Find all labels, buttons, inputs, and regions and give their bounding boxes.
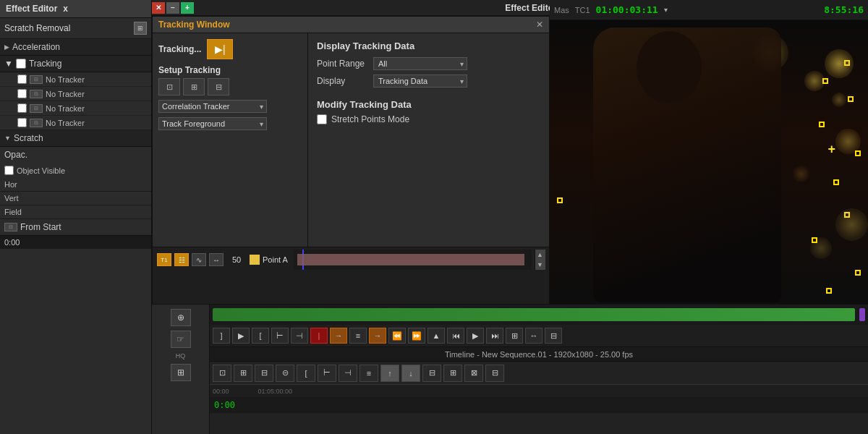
object-visible-checkbox[interactable] [4, 166, 14, 175]
marker-1 [844, 60, 850, 66]
point-range-dropdown-wrapper: All [373, 57, 467, 70]
tracker-4-label: No Tracker [46, 119, 85, 127]
effect-editor-title: Effect Editor [6, 4, 57, 14]
scratch-removal-icon[interactable]: ⊞ [134, 22, 147, 35]
win-close-btn[interactable]: ✕ [152, 2, 165, 14]
tracker-4-icon: ⊟ [30, 119, 43, 127]
tracker-3-label: No Tracker [46, 104, 85, 113]
ctrl-grid-btn[interactable]: ⊞ [171, 364, 191, 381]
green-bar [213, 308, 855, 321]
field-label: Field [4, 208, 33, 216]
ctrl-hq-label: HQ [176, 352, 186, 359]
tool-6[interactable]: ⊢ [318, 365, 336, 382]
tracking-btn-label: Tracking... [158, 44, 201, 54]
tool-5[interactable]: [ [297, 365, 315, 382]
transport-fwd2[interactable]: → [369, 328, 386, 344]
tool-4[interactable]: ⊝ [276, 365, 294, 382]
tool-9[interactable]: ↑ [380, 365, 399, 382]
tracker-4-checkbox[interactable] [17, 118, 27, 127]
setup-icon-1[interactable]: ⊡ [158, 78, 180, 95]
display-tracking-section: Display Tracking Data Point Range All Di… [317, 41, 540, 92]
transport-prev[interactable]: ⏮ [447, 328, 464, 344]
tracker-3-checkbox[interactable] [17, 103, 27, 113]
preview-dropdown-btn[interactable]: ▾ [664, 6, 668, 14]
marker-left-1 [557, 197, 563, 203]
tool-12[interactable]: ⊞ [443, 365, 462, 382]
display-label: Display [317, 76, 367, 86]
transport-play2[interactable]: ▶ [467, 328, 484, 344]
transport-slow2[interactable]: ↔ [525, 328, 542, 344]
transport-menu[interactable]: ≡ [349, 328, 367, 344]
tool-8[interactable]: ≡ [359, 365, 378, 382]
transport-fwd[interactable]: → [330, 328, 347, 344]
display-select[interactable]: Tracking Data [373, 75, 467, 88]
hor-label: Hor [4, 180, 33, 189]
track-foreground-select[interactable]: Track Foreground [158, 117, 267, 130]
tl-track-btn[interactable]: ☷ [174, 253, 189, 266]
tw-left-panel: Tracking... ▶| Setup Tracking ⊡ ⊞ ⊟ Corr… [153, 33, 308, 247]
ctrl-link-btn[interactable]: ⊕ [171, 309, 191, 326]
modify-tracking-title: Modify Tracking Data [317, 99, 540, 110]
opac-label: Opac. [4, 150, 27, 160]
correlation-tracker-select[interactable]: Correlation Tracker [158, 100, 267, 113]
tool-1[interactable]: ⊡ [213, 365, 231, 382]
tracking-start-btn[interactable]: ▶| [207, 39, 233, 59]
transport-ffwd[interactable]: ⏩ [408, 328, 425, 344]
tracker-1-checkbox[interactable] [17, 75, 27, 84]
ruler-mark-2: 01:05:00:00 [258, 388, 293, 395]
transport-record[interactable]: | [310, 328, 328, 344]
tracking-checkbox[interactable] [16, 59, 26, 69]
tw-close-btn[interactable]: ✕ [536, 20, 543, 30]
tw-body: Tracking... ▶| Setup Tracking ⊡ ⊞ ⊟ Corr… [153, 33, 549, 247]
transport-go-start[interactable]: ] [213, 328, 230, 344]
marker-9 [855, 270, 861, 276]
display-row: Display Tracking Data [317, 75, 540, 88]
scratch-section[interactable]: ▼ Scratch [0, 130, 151, 147]
effect-editor-close[interactable]: x [63, 4, 68, 14]
tl-wave-btn[interactable]: ∿ [192, 253, 206, 266]
tool-10[interactable]: ↓ [401, 365, 420, 382]
correlation-tracker-dropdown-wrapper: Correlation Tracker [158, 100, 267, 113]
transport-mark-in[interactable]: [ [252, 328, 269, 344]
transport-slow3[interactable]: ⊟ [545, 328, 562, 344]
tool-3[interactable]: ⊟ [255, 365, 273, 382]
tool-14[interactable]: ⊟ [485, 365, 504, 382]
setup-icon-3[interactable]: ⊟ [208, 78, 229, 95]
setup-icon-2[interactable]: ⊞ [183, 78, 205, 95]
display-tracking-title: Display Tracking Data [317, 41, 540, 51]
preview-tc1-label: TC1 [575, 6, 590, 14]
ctrl-pin-btn[interactable]: ☞ [171, 331, 191, 348]
stretch-points-checkbox[interactable] [317, 114, 327, 124]
tool-13[interactable]: ⊠ [464, 365, 483, 382]
tl-scroll-down[interactable]: ▼ [535, 260, 545, 270]
transport-rew[interactable]: ⏪ [388, 328, 406, 344]
tl-t1-btn[interactable]: T1 [157, 253, 171, 266]
transport-split[interactable]: ⊢ [271, 328, 289, 344]
tracker-2-checkbox[interactable] [17, 89, 27, 98]
win-min-btn[interactable]: − [166, 2, 179, 14]
transport-slow1[interactable]: ⊞ [506, 328, 523, 344]
tl-scroll-up[interactable]: ▲ [535, 250, 545, 260]
tool-11[interactable]: ⊟ [422, 365, 441, 382]
tool-7[interactable]: ⊣ [339, 365, 357, 382]
from-start-row: ⊟ From Start [0, 219, 151, 235]
tl-scroll: ▲ ▼ [535, 250, 545, 270]
point-range-select[interactable]: All [373, 57, 467, 70]
marker-6 [833, 179, 839, 185]
purple-marker [859, 308, 865, 321]
timeline-label: Timeline - New Sequence.01 - 1920x1080 -… [445, 350, 633, 359]
hor-row: Hor [0, 178, 151, 192]
tl-point-name: Point A [263, 255, 288, 264]
transport-play[interactable]: ▶ [232, 328, 250, 344]
transport-up[interactable]: ▲ [427, 328, 445, 344]
acceleration-section[interactable]: ▶ Acceleration [0, 39, 151, 56]
transport-split2[interactable]: ⊣ [291, 328, 308, 344]
tw-title-bar: Tracking Window ✕ [153, 17, 549, 33]
marker-3 [848, 96, 854, 102]
tracking-section-header[interactable]: ▼ Tracking [0, 56, 151, 72]
transport-next[interactable]: ⏭ [486, 328, 503, 344]
tool-2[interactable]: ⊞ [234, 365, 252, 382]
timecode-row: 0:00 [210, 397, 868, 413]
win-max-btn[interactable]: + [181, 2, 194, 14]
tl-arrow-btn[interactable]: ↔ [209, 253, 224, 266]
